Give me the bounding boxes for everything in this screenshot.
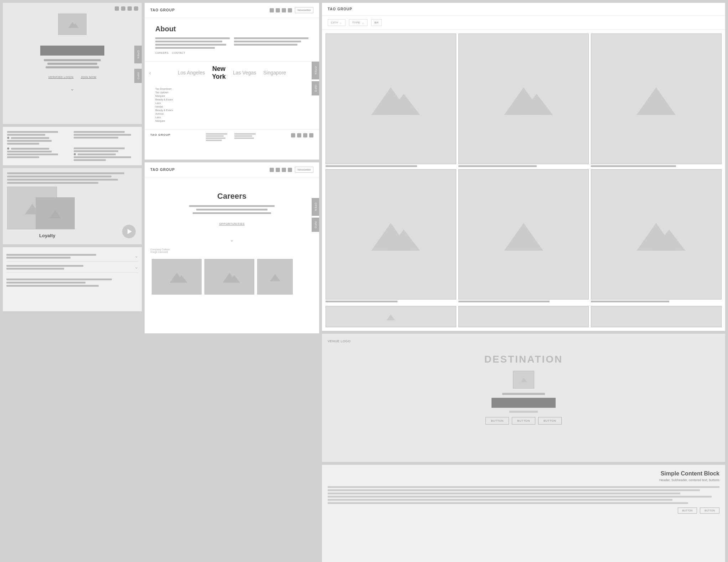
sub-item[interactable]: Tao Downtown — [155, 88, 308, 90]
venue-card[interactable] — [458, 169, 589, 303]
sub-item[interactable]: Avenue — [155, 113, 308, 115]
prev-city-button[interactable]: ‹ — [145, 68, 155, 78]
content-lines — [328, 486, 719, 504]
venue-image — [458, 306, 589, 327]
chevron-down-icon: ⌄ — [135, 254, 138, 259]
scroll-chevron[interactable]: ⌄ — [145, 233, 319, 246]
dest-buttons: BUTTON BUTTON BUTTON — [328, 417, 719, 425]
facebook-icon[interactable] — [282, 168, 286, 172]
twitter-icon[interactable] — [276, 168, 280, 172]
venue-header: TAO GROUP — [322, 3, 725, 16]
city-las-vegas[interactable]: Las Vegas — [233, 70, 256, 76]
type-filter[interactable]: TYPE ⌄ — [349, 19, 368, 26]
open-tab-1[interactable]: OPEN — [134, 46, 142, 63]
sub-item[interactable]: Lavo — [155, 116, 308, 119]
about-links: CAREERS CONTACT — [155, 52, 308, 54]
sub-item[interactable]: Marquee — [155, 95, 308, 97]
venue-card[interactable] — [458, 33, 589, 167]
venue-card[interactable] — [591, 306, 722, 327]
footer-twitter-icon[interactable] — [297, 133, 301, 137]
instagram-icon[interactable] — [270, 168, 274, 172]
list-item — [74, 131, 137, 145]
twitter-icon[interactable] — [121, 6, 125, 11]
youtube-icon[interactable] — [288, 168, 292, 172]
instagram-icon[interactable] — [115, 6, 119, 11]
bullet-icon — [74, 153, 76, 155]
venue-image — [591, 306, 722, 327]
dest-button-3[interactable]: BUTTON — [538, 417, 562, 425]
play-button[interactable] — [122, 225, 136, 238]
destination-title: DESTINATION — [328, 354, 719, 365]
youtube-icon[interactable] — [288, 8, 292, 12]
venue-image — [458, 169, 589, 300]
brand-filter[interactable]: BR — [371, 19, 382, 26]
mid-top-panel: TAO GROUP Newsletter About — [145, 3, 319, 160]
content-button-2[interactable]: BUTTON — [700, 508, 719, 514]
open-tab-2[interactable]: INFO — [134, 69, 142, 83]
sub-item[interactable]: Beauty & Essex — [155, 98, 308, 101]
content-button-1[interactable]: BUTTON — [678, 508, 697, 514]
sub-item[interactable]: Marquee — [155, 120, 308, 122]
verified-login-link[interactable]: VERIFIED LOGIN — [48, 76, 73, 79]
venue-card[interactable] — [326, 306, 456, 327]
opportunities-link[interactable]: OPPORTUNITIES — [219, 222, 245, 225]
newsletter-button[interactable]: Newsletter — [295, 167, 313, 173]
left-column: VERIFIED LOGIN JOIN NOW ⌄ OPEN INFO — [3, 3, 142, 562]
venue-card[interactable] — [326, 33, 456, 167]
venue-image — [458, 33, 589, 164]
instagram-icon[interactable] — [270, 8, 274, 12]
venue-logo-label: VENUE LOGO — [328, 339, 719, 343]
newsletter-button[interactable]: Newsletter — [295, 7, 313, 13]
header-right: Newsletter — [270, 167, 313, 173]
city-new-york[interactable]: NewYork — [212, 65, 226, 80]
sub-item[interactable]: Tao Uptown — [155, 91, 308, 94]
venue-image-grid-row3 — [322, 306, 725, 331]
dest-button-1[interactable]: BUTTON — [485, 417, 509, 425]
youtube-icon[interactable] — [134, 6, 138, 11]
auth-links: VERIFIED LOGIN JOIN NOW — [48, 76, 96, 79]
venue-card[interactable] — [591, 169, 722, 303]
accordion-item[interactable]: ⌄ — [6, 262, 138, 273]
footer-col-2 — [234, 133, 256, 141]
chevron-down-icon: ⌄ — [339, 21, 342, 24]
play-triangle-icon — [128, 229, 132, 234]
sub-item[interactable]: Beauty & Essex — [155, 109, 308, 111]
bullet-icon — [7, 137, 9, 139]
open-tab-4[interactable]: INFO — [312, 81, 319, 95]
footer-youtube-icon[interactable] — [309, 133, 313, 137]
city-singapore[interactable]: Singapore — [263, 70, 286, 76]
contact-link[interactable]: CONTACT — [172, 52, 185, 54]
open-tab-5[interactable]: OPEN — [312, 198, 319, 216]
footer-brand: TAO GROUP — [150, 133, 171, 136]
facebook-icon[interactable] — [282, 8, 286, 12]
destination-panel: VENUE LOGO DESTINATION BUTTON BUTTON BUT… — [322, 334, 725, 462]
chevron-down-icon: ⌄ — [135, 265, 138, 270]
accordion-item[interactable]: ⌄ — [6, 251, 138, 262]
venue-image-grid — [322, 30, 725, 306]
footer-facebook-icon[interactable] — [303, 133, 307, 137]
simple-content-title: Simple Content Block — [328, 470, 719, 477]
sub-item[interactable]: Vandal — [155, 105, 308, 108]
open-tab-6[interactable]: INFO — [312, 218, 319, 232]
dest-button-2[interactable]: BUTTON — [512, 417, 535, 425]
sub-item[interactable]: Lavo — [155, 102, 308, 104]
venue-card[interactable] — [458, 306, 589, 327]
chevron-down-icon[interactable]: ⌄ — [70, 86, 74, 92]
city-filter[interactable]: CITY ⌄ — [328, 19, 345, 26]
twitter-icon[interactable] — [276, 8, 280, 12]
loyalty-panel: Loyalty — [3, 168, 142, 244]
careers-image-grid — [145, 255, 319, 298]
join-now-link[interactable]: JOIN NOW — [81, 76, 97, 79]
city-los-angeles[interactable]: Los Angeles — [178, 70, 205, 76]
venue-card[interactable] — [326, 169, 456, 303]
svg-marker-17 — [504, 223, 543, 250]
venue-image — [591, 33, 722, 164]
facebook-icon[interactable] — [128, 6, 132, 11]
venue-card[interactable] — [591, 33, 722, 167]
careers-link[interactable]: CAREERS — [155, 52, 168, 54]
open-tab-3[interactable]: OPEN — [312, 62, 319, 79]
mid-column: TAO GROUP Newsletter About — [145, 3, 319, 562]
career-image-2 — [204, 259, 254, 295]
footer-instagram-icon[interactable] — [291, 133, 295, 137]
careers-panel: TAO GROUP Newsletter Careers OPPORTUNITI… — [145, 162, 319, 333]
